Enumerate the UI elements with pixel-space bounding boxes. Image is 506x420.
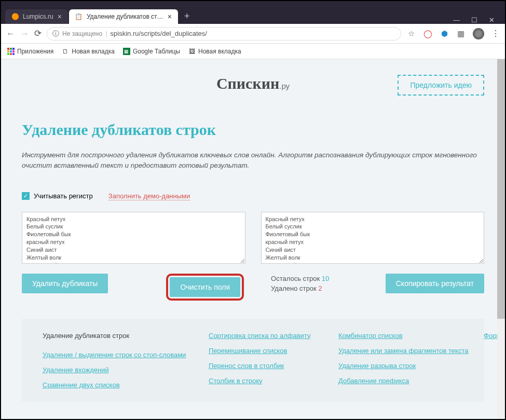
stat-left-value: 10 (322, 275, 329, 282)
back-button[interactable]: ← (6, 29, 15, 39)
svg-rect-1 (10, 48, 12, 50)
footer-link[interactable]: Удаление или замена фрагментов текста (338, 347, 473, 355)
checkbox-checked-icon: ✓ (22, 192, 30, 200)
apps-label: Приложения (17, 48, 53, 55)
svg-rect-0 (7, 48, 9, 50)
star-icon[interactable]: ☆ (406, 29, 416, 38)
footer-link[interactable]: Удаление разрыва строк (338, 362, 473, 370)
profile-avatar[interactable] (473, 28, 484, 39)
footer-link[interactable]: Комбинатор списков (338, 332, 473, 340)
info-icon: ⓘ (52, 29, 59, 38)
svg-rect-4 (10, 50, 12, 52)
svg-rect-7 (10, 53, 12, 55)
bookmark-newtab-1[interactable]: 🗋 Новая вкладка (62, 48, 115, 55)
case-label: Учитывать регистр (34, 192, 93, 200)
tabs-row: 🟠 Lumpics.ru × 📋 Удаление дубликатов стр… (1, 6, 505, 24)
highlight-annotation: Очистить поля (166, 274, 244, 301)
footer-link[interactable]: Сортировка списка по алфавиту (209, 332, 328, 340)
stat-removed-label: Удалено строк (271, 284, 318, 292)
stat-left-label: Осталось строк (271, 275, 322, 282)
opera-icon[interactable]: ◯ (423, 29, 432, 38)
titlebar (1, 1, 505, 6)
address-bar: ← → ⟳ ⓘ Не защищено | spiskin.ru/scripts… (1, 24, 505, 44)
apps-button[interactable]: Приложения (7, 48, 53, 55)
close-icon[interactable]: × (168, 12, 172, 21)
minimize-icon[interactable]: — (453, 16, 460, 24)
tab-lumpics[interactable]: 🟠 Lumpics.ru × (5, 9, 68, 24)
adblock-icon[interactable]: ⬢ (440, 29, 449, 38)
footer-link[interactable]: Удаление вхождений (43, 366, 198, 374)
textareas-row (22, 212, 484, 266)
tab-spiskin[interactable]: 📋 Удаление дубликатов строк - уд × (69, 9, 178, 24)
svg-rect-8 (12, 53, 15, 55)
sheets-icon: ▦ (123, 48, 130, 55)
apps-icon (7, 48, 15, 55)
output-textarea[interactable] (261, 212, 485, 264)
menu-icon[interactable]: ⋮ (491, 29, 500, 38)
footer-link[interactable]: Перемешивание списков (209, 347, 328, 355)
page-header: Спискин.ру Предложить идею (22, 75, 484, 92)
forward-button[interactable]: → (20, 29, 29, 39)
image-icon: 🖼 (188, 48, 196, 55)
page-description: Инструмент для построчного удаления дубл… (22, 150, 484, 171)
buttons-row: Удалить дубликаты Очистить поля Осталось… (22, 274, 484, 301)
tab-title: Удаление дубликатов строк - уд (87, 13, 163, 20)
favicon-spiskin: 📋 (75, 13, 83, 20)
stats-block: Осталось строк 10 Удалено строк 2 (271, 274, 329, 294)
logo-main: Спискин (216, 75, 279, 92)
input-textarea[interactable] (22, 212, 245, 264)
security-label: Не защищено (62, 30, 102, 37)
stat-removed-value: 2 (318, 284, 322, 292)
case-checkbox-wrap[interactable]: ✓ Учитывать регистр (22, 192, 93, 200)
bookmarks-bar: Приложения 🗋 Новая вкладка ▦ Google Табл… (1, 44, 505, 59)
new-tab-button[interactable]: + (179, 9, 195, 24)
clear-fields-button[interactable]: Очистить поля (170, 277, 240, 297)
footer-link[interactable]: Добавление префикса (338, 377, 473, 385)
close-window-icon[interactable]: ✕ (489, 16, 495, 24)
favicon-lumpics: 🟠 (11, 13, 19, 20)
footer-link[interactable]: Перенос слов в столбик (209, 362, 328, 370)
logo[interactable]: Спискин.ру (216, 75, 290, 92)
bookmark-sheets[interactable]: ▦ Google Таблицы (123, 48, 180, 55)
footer-link[interactable]: Сравнение двух списков (43, 381, 198, 389)
close-icon[interactable]: × (58, 12, 62, 21)
scrollbar[interactable] (497, 59, 505, 419)
page-content: Спискин.ру Предложить идею Удаление дубл… (1, 59, 505, 419)
svg-rect-5 (12, 50, 15, 52)
page-title: Удаление дубликатов строк (22, 121, 484, 139)
svg-rect-2 (12, 48, 15, 50)
maximize-icon[interactable]: ☐ (471, 16, 477, 24)
footer-heading: Удаление дубликатов строк (43, 332, 198, 340)
url-input[interactable]: ⓘ Не защищено | spiskin.ru/scripts/del_d… (47, 27, 401, 40)
tab-title: Lumpics.ru (23, 13, 53, 20)
footer-link[interactable]: Удаление / выделение строк со стоп-слова… (43, 351, 198, 359)
remove-duplicates-button[interactable]: Удалить дубликаты (22, 274, 108, 293)
footer-link[interactable]: Столбик в строку (209, 377, 328, 385)
logo-suffix: .ру (279, 82, 290, 90)
url-text: spiskin.ru/scripts/del_duplicates/ (111, 30, 207, 37)
svg-rect-6 (7, 53, 9, 55)
svg-rect-3 (7, 50, 9, 52)
page-icon: 🗋 (62, 48, 69, 55)
reload-button[interactable]: ⟳ (34, 28, 42, 39)
window-controls: — ☐ ✕ (453, 16, 501, 24)
suggest-idea-button[interactable]: Предложить идею (398, 75, 484, 96)
demo-data-link[interactable]: Заполнить демо-данными (108, 192, 190, 200)
copy-result-button[interactable]: Скопировать результат (386, 274, 484, 293)
bookmark-newtab-2[interactable]: 🖼 Новая вкладка (188, 48, 241, 55)
options-row: ✓ Учитывать регистр Заполнить демо-данны… (22, 192, 484, 200)
footer-links: Удаление дубликатов строк Удаление / выд… (22, 319, 484, 402)
extension-icon[interactable]: ▦ (456, 29, 466, 38)
